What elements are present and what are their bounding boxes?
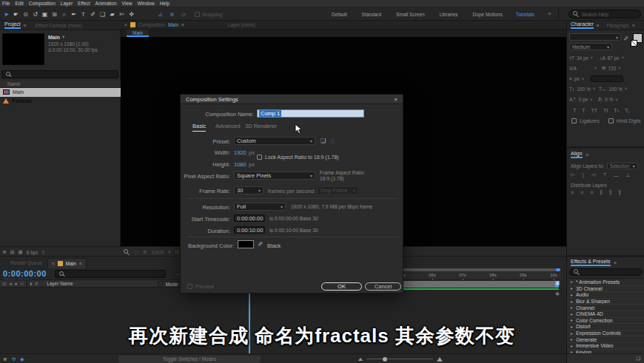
chevron-right-icon[interactable]: ►: [570, 312, 574, 316]
eyedropper-icon[interactable]: ✎: [623, 35, 628, 42]
toggle-switches-button[interactable]: Toggle Switches / Modes: [118, 356, 261, 363]
hand-tool-icon[interactable]: ☛: [11, 11, 21, 18]
tab-character[interactable]: Character: [571, 21, 594, 29]
effects-category-row[interactable]: ► 3D Channel: [567, 285, 644, 292]
panel-menu-icon[interactable]: ≡: [586, 152, 589, 157]
distribute-button-icon[interactable]: ≡: [580, 190, 583, 195]
view-axis-mode-icon[interactable]: ▱: [179, 11, 188, 18]
footage-interpret-icon[interactable]: ▦: [19, 249, 23, 255]
distribute-button-icon[interactable]: ∥: [609, 189, 612, 195]
viewer-tab-name[interactable]: Main: [168, 22, 178, 27]
new-animation-preset-icon[interactable]: ❏: [636, 356, 640, 362]
align-button-icon[interactable]: ⊢: [571, 172, 575, 178]
type-style-button[interactable]: T₁: [625, 108, 630, 113]
frame-blending-icon[interactable]: ⟲: [11, 356, 15, 362]
preset-dropdown[interactable]: Custom▾: [234, 137, 315, 145]
effects-category-row[interactable]: ► Blur & Sharpen: [567, 298, 644, 305]
screen-mode-icon[interactable]: ▢: [134, 249, 138, 255]
menu-item[interactable]: Window: [138, 1, 155, 6]
hindi-digits-checkbox[interactable]: [608, 118, 614, 123]
zoom-tool-icon[interactable]: ⊙: [21, 11, 30, 18]
height-value[interactable]: 1080: [234, 161, 246, 168]
trash-icon[interactable]: ▯: [42, 249, 45, 255]
project-name-column-header[interactable]: Name: [0, 81, 121, 88]
background-color-swatch[interactable]: [238, 240, 254, 248]
composition-mini-flowchart-icon[interactable]: ⌁: [176, 271, 179, 277]
resolution-dropdown[interactable]: Full▾: [234, 203, 286, 211]
eraser-tool-icon[interactable]: ▰: [107, 11, 117, 18]
type-style-button[interactable]: T: [573, 108, 576, 113]
panel-menu-icon[interactable]: ≡: [79, 261, 82, 266]
video-visibility-icon[interactable]: ⊙: [2, 281, 6, 287]
column-hash[interactable]: #: [36, 281, 38, 286]
resolution-icon[interactable]: ⊡: [175, 249, 179, 255]
type-style-button[interactable]: T¹: [614, 108, 619, 113]
tab-render-queue[interactable]: Render Queue: [10, 260, 42, 265]
zoom-in-mountain-icon[interactable]: [437, 357, 443, 362]
panel-menu-icon[interactable]: ≡: [597, 23, 600, 28]
vertical-scale-value[interactable]: 100 %: [577, 86, 590, 92]
menu-item[interactable]: Composition: [29, 1, 56, 6]
align-button-icon[interactable]: ⊣: [591, 172, 596, 178]
folder-icon[interactable]: ▤: [10, 249, 14, 255]
distribute-button-icon[interactable]: ≡: [590, 190, 593, 195]
cancel-button[interactable]: Cancel: [365, 282, 401, 291]
dialog-tab-3d-renderer[interactable]: 3D Renderer: [245, 123, 277, 129]
project-item-main[interactable]: Main: [0, 88, 121, 97]
bit-depth-label[interactable]: 8 bpc: [27, 250, 38, 255]
search-help-box[interactable]: Search Help: [568, 10, 641, 18]
tab-effect-controls[interactable]: Effect Controls (none): [36, 23, 82, 28]
baseline-shift-value[interactable]: 0 px: [579, 97, 588, 102]
workspace-tab-active[interactable]: Tutorials: [516, 12, 534, 17]
menu-item[interactable]: Layer: [61, 1, 73, 6]
dialog-close-button[interactable]: ×: [395, 96, 398, 103]
stroke-unit-value[interactable]: px: [574, 76, 580, 81]
menu-item[interactable]: Edit: [15, 1, 23, 6]
eyedropper-icon[interactable]: ✎: [258, 241, 263, 248]
workspace-overflow-icon[interactable]: »: [548, 10, 551, 17]
pen-tool-icon[interactable]: ✒: [69, 11, 78, 18]
dialog-tab-advanced[interactable]: Advanced: [215, 123, 240, 129]
type-style-button[interactable]: TT: [591, 108, 598, 113]
panel-menu-icon[interactable]: ≡: [181, 22, 184, 27]
hand-pan-icon[interactable]: ✥: [555, 291, 560, 297]
distribute-button-icon[interactable]: ∥: [618, 189, 621, 195]
panel-menu-icon[interactable]: ≡: [24, 23, 27, 28]
comp-name-input[interactable]: Comp 1: [257, 109, 364, 118]
stroke-color-swatch[interactable]: [631, 40, 637, 47]
chevron-down-icon[interactable]: ▾: [62, 34, 64, 40]
dialog-tab-basic[interactable]: Basic: [192, 123, 206, 132]
chevron-right-icon[interactable]: ►: [570, 293, 574, 297]
workspace-tab[interactable]: Default: [332, 12, 347, 17]
pixel-aspect-dropdown[interactable]: Square Pixels▾: [234, 172, 315, 180]
save-preset-icon[interactable]: ❏: [321, 138, 326, 144]
font-family-dropdown[interactable]: ▾: [569, 33, 621, 41]
solo-icon[interactable]: ●: [15, 281, 18, 286]
column-layer-name[interactable]: Layer Name: [47, 281, 73, 286]
effects-category-row[interactable]: ► * Animation Presets: [567, 279, 644, 285]
ligatures-checkbox[interactable]: [571, 118, 577, 123]
duration-input[interactable]: 0:00:10:00: [234, 226, 265, 234]
roto-brush-tool-icon[interactable]: ✄: [117, 11, 127, 18]
workspace-tab[interactable]: Libraries: [440, 12, 458, 17]
dialog-title-bar[interactable]: Composition Settings ×: [181, 95, 403, 104]
tracking-value[interactable]: 720: [608, 66, 616, 71]
ok-button[interactable]: OK: [321, 282, 362, 291]
chevron-right-icon[interactable]: ►: [570, 279, 574, 284]
viewer-subtab-main[interactable]: Main: [127, 30, 149, 37]
chevron-right-icon[interactable]: ►: [570, 305, 574, 310]
viewer-zoom-value[interactable]: 100%: [152, 250, 164, 255]
panel-menu-icon[interactable]: ≡: [614, 260, 617, 265]
zoom-slider-knob[interactable]: [383, 357, 387, 362]
lock-icon[interactable]: ⌸: [21, 281, 24, 287]
type-style-button[interactable]: T: [582, 108, 585, 113]
close-icon[interactable]: ×: [52, 261, 55, 266]
align-button-icon[interactable]: ―: [614, 173, 619, 178]
zoom-out-mountain-icon[interactable]: [358, 358, 363, 361]
chevron-right-icon[interactable]: ►: [570, 286, 574, 291]
frame-rate-dropdown[interactable]: 30▾: [234, 186, 264, 194]
tab-align[interactable]: Align: [571, 151, 583, 158]
fill-stroke-swatches[interactable]: [631, 33, 644, 47]
start-timecode-input[interactable]: 0:00:00:00: [234, 214, 265, 222]
leading-value[interactable]: 67 px: [608, 55, 620, 61]
